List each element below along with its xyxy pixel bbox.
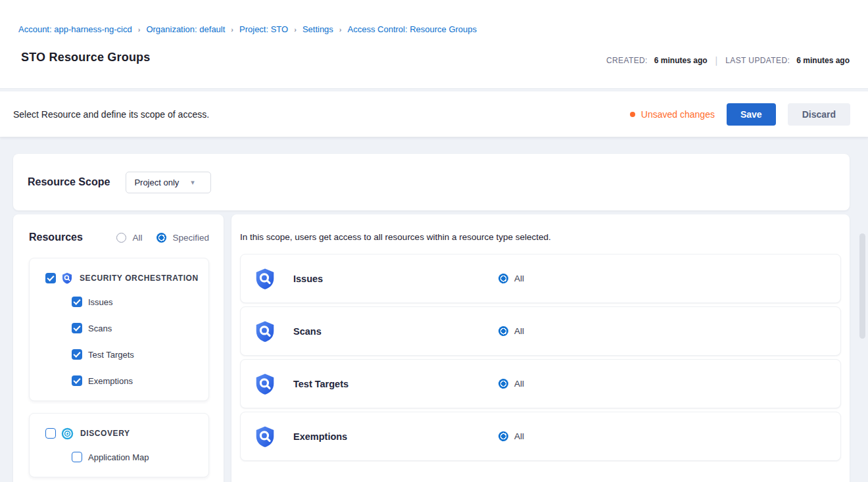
access-radio-all[interactable]: All <box>498 379 524 389</box>
resource-row-exemptions: Exemptions All <box>240 412 841 461</box>
resource-scope-title: Resource Scope <box>28 176 110 188</box>
radio-specified-label: Specified <box>172 233 209 243</box>
radio-selected-icon[interactable] <box>498 326 508 336</box>
resource-item-exemptions[interactable]: Exemptions <box>45 368 202 394</box>
resource-item-scans[interactable]: Scans <box>45 315 202 341</box>
last-updated-label: LAST UPDATED: <box>725 56 790 65</box>
meta-divider: | <box>714 55 719 66</box>
sto-shield-icon <box>61 272 73 284</box>
sto-shield-icon <box>254 268 276 290</box>
resource-item-application-map[interactable]: Application Map <box>45 444 202 470</box>
unsaved-changes-badge: Unsaved changes <box>630 109 715 120</box>
radio-all-label: All <box>132 233 142 243</box>
access-radio-all[interactable]: All <box>498 274 524 283</box>
resource-scope-select[interactable]: Project only ▾ <box>126 172 211 193</box>
access-all-label: All <box>514 274 524 283</box>
access-all-label: All <box>514 379 524 389</box>
radio-selected-icon[interactable] <box>498 274 508 283</box>
resource-row-scans: Scans All <box>240 306 841 356</box>
chevron-down-icon: ▾ <box>191 178 195 187</box>
access-radio-all[interactable]: All <box>498 326 524 336</box>
sto-shield-icon <box>254 320 276 343</box>
resource-item-issues[interactable]: Issues <box>45 289 202 315</box>
resource-row-label: Issues <box>293 274 498 284</box>
resource-item-label: Scans <box>88 324 112 333</box>
resources-title: Resources <box>29 231 83 243</box>
checkbox-application-map[interactable] <box>72 452 82 462</box>
discovery-target-icon <box>61 427 74 440</box>
resource-row-label: Scans <box>293 326 498 337</box>
action-toolbar: Select Resource and define its scope of … <box>0 91 868 137</box>
checkbox-issues[interactable] <box>72 297 82 307</box>
access-all-label: All <box>514 326 524 336</box>
unsaved-dot-icon <box>630 112 635 117</box>
last-updated-value: 6 minutes ago <box>796 56 850 65</box>
radio-unselected-icon[interactable] <box>116 233 126 243</box>
checkbox-scans[interactable] <box>72 323 82 333</box>
scope-detail-panel: In this scope, users get access to all r… <box>231 214 850 482</box>
created-value: 6 minutes ago <box>654 56 708 65</box>
resource-row-test-targets: Test Targets All <box>240 359 841 408</box>
resource-item-label: Test Targets <box>88 350 134 360</box>
unsaved-changes-label: Unsaved changes <box>641 109 715 120</box>
resource-scope-card: Resource Scope Project only ▾ <box>13 154 850 210</box>
chevron-right-icon: › <box>339 26 342 34</box>
breadcrumb-settings[interactable]: Settings <box>302 24 333 34</box>
breadcrumb-access-control[interactable]: Access Control: Resource Groups <box>348 24 477 34</box>
checkbox-exemptions[interactable] <box>72 375 82 386</box>
access-radio-all[interactable]: All <box>498 431 524 441</box>
resource-item-label: Issues <box>88 297 113 307</box>
page-header: Account: app-harness-ng-cicd › Organizat… <box>0 0 868 89</box>
created-label: CREATED: <box>606 56 648 65</box>
radio-option-specified[interactable]: Specified <box>157 233 209 243</box>
resources-mode-radio-group: All Specified <box>116 233 209 243</box>
checkbox-discovery[interactable] <box>45 428 56 439</box>
radio-selected-icon[interactable] <box>157 233 166 243</box>
resource-group-security-orchestration: SECURITY ORCHESTRATION Issues Scans Test… <box>29 258 209 401</box>
resource-row-label: Test Targets <box>293 379 498 389</box>
resource-row-issues: Issues All <box>240 254 841 303</box>
resource-item-test-targets[interactable]: Test Targets <box>45 341 202 368</box>
breadcrumb-account[interactable]: Account: app-harness-ng-cicd <box>18 24 132 34</box>
toolbar-description: Select Resource and define its scope of … <box>13 109 209 120</box>
vertical-scrollbar[interactable] <box>859 233 865 339</box>
scope-description: In this scope, users get access to all r… <box>240 232 841 242</box>
resource-row-label: Exemptions <box>293 431 498 442</box>
radio-selected-icon[interactable] <box>498 431 508 441</box>
breadcrumb: Account: app-harness-ng-cicd › Organizat… <box>18 24 477 34</box>
header-meta: CREATED: 6 minutes ago | LAST UPDATED: 6… <box>606 55 850 66</box>
resource-item-label: Exemptions <box>88 376 133 386</box>
resource-item-label: Application Map <box>88 452 149 462</box>
resource-scope-selected-value: Project only <box>134 178 179 187</box>
group-name: SECURITY ORCHESTRATION <box>80 274 199 283</box>
resources-panel: Resources All Specified SECURITY ORCHEST… <box>13 214 224 482</box>
save-button[interactable]: Save <box>727 103 776 126</box>
resource-group-discovery: DISCOVERY Application Map <box>29 413 209 477</box>
radio-selected-icon[interactable] <box>498 379 508 389</box>
content-area: Resource Scope Project only ▾ Resources … <box>0 137 868 482</box>
radio-option-all[interactable]: All <box>116 233 142 243</box>
page-title: STO Resource Groups <box>21 51 151 64</box>
group-name: DISCOVERY <box>80 429 130 438</box>
sto-shield-icon <box>254 373 276 395</box>
checkbox-security-orchestration[interactable] <box>45 273 56 283</box>
breadcrumb-project[interactable]: Project: STO <box>239 24 288 34</box>
chevron-right-icon: › <box>294 26 297 34</box>
sto-shield-icon <box>254 425 276 448</box>
breadcrumb-organization[interactable]: Organization: default <box>146 24 225 34</box>
chevron-right-icon: › <box>231 26 233 34</box>
discard-button[interactable]: Discard <box>788 103 850 126</box>
checkbox-test-targets[interactable] <box>72 349 82 360</box>
chevron-right-icon: › <box>138 26 141 34</box>
access-all-label: All <box>514 431 524 441</box>
